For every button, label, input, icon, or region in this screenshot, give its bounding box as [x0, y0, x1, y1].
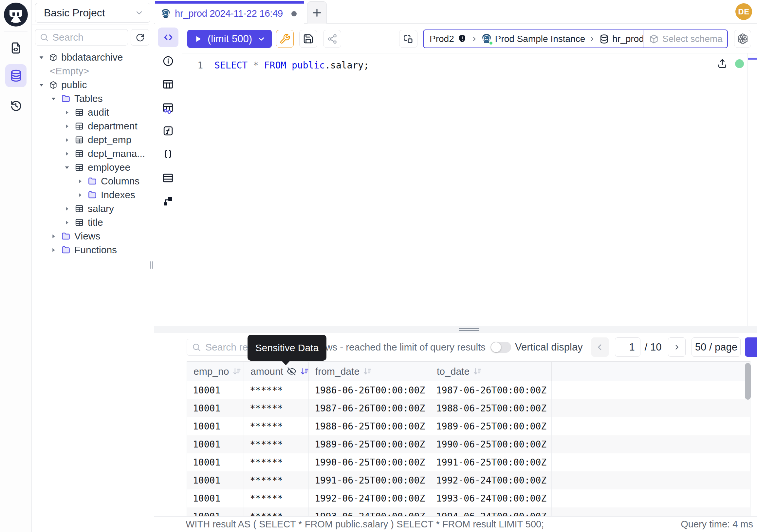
chevron-collapsed-icon[interactable] — [64, 123, 70, 129]
table-cell — [552, 417, 750, 435]
column-header-to_date[interactable]: to_date — [430, 362, 552, 381]
rail-item-databases[interactable] — [5, 64, 26, 87]
save-button[interactable] — [299, 30, 317, 48]
new-tab-button[interactable] — [307, 1, 327, 24]
chevron-collapsed-icon[interactable] — [77, 192, 83, 198]
page-number-input[interactable]: 1 — [615, 337, 640, 357]
chevron-expanded-icon[interactable] — [51, 96, 56, 102]
tree-item-functions[interactable]: Functions — [32, 243, 149, 257]
prev-page-button[interactable] — [591, 337, 609, 357]
table-row[interactable]: 10001******1993-06-24T00:00:00Z1994-06-2… — [187, 508, 750, 516]
strip-item-sheets[interactable] — [162, 171, 174, 184]
panel-splitter[interactable] — [154, 326, 757, 333]
table-cell: 1986-06-26T00:00:00Z — [309, 381, 430, 399]
table-cell: 1987-06-26T00:00:00Z — [309, 399, 430, 417]
table-cell: ****** — [244, 508, 309, 516]
eye-off-icon[interactable] — [287, 366, 297, 376]
chevron-expanded-icon[interactable] — [64, 165, 70, 170]
tree-item-dept-emp[interactable]: dept_emp — [32, 133, 149, 147]
table-scrollbar-thumb[interactable] — [745, 363, 751, 400]
tree-item-audit[interactable]: audit — [32, 106, 149, 119]
tree-item-employee[interactable]: employee — [32, 161, 149, 174]
table-cell: 10001 — [187, 471, 244, 489]
table-row[interactable]: 10001******1990-06-25T00:00:00Z1991-06-2… — [187, 454, 750, 471]
chevron-collapsed-icon[interactable] — [77, 178, 83, 184]
tree-item-label: dept_mana... — [88, 148, 145, 159]
sort-icon[interactable] — [232, 366, 242, 376]
sort-icon[interactable] — [363, 366, 372, 376]
tree-item-public[interactable]: public — [32, 78, 149, 92]
bytebase-logo[interactable] — [4, 3, 28, 26]
connection-path[interactable]: Prod2 Prod Sample Instance hr_prod — [424, 30, 643, 47]
editor-toolbar: (limit 500) Prod2 Prod Sample Instance h… — [182, 24, 757, 53]
strip-item-er-diagram[interactable] — [162, 102, 174, 115]
chevron-expanded-icon[interactable] — [39, 55, 44, 60]
tree-item-tables[interactable]: Tables — [32, 92, 149, 106]
format-sql-button[interactable] — [276, 30, 294, 48]
table-cell: ****** — [244, 489, 309, 508]
rail-item-history[interactable] — [9, 99, 23, 112]
run-query-button[interactable]: (limit 500) — [187, 30, 272, 48]
chevron-collapsed-icon[interactable] — [51, 234, 56, 239]
tree-item-title[interactable]: title — [32, 216, 149, 229]
table-row[interactable]: 10001******1991-06-25T00:00:00Z1992-06-2… — [187, 471, 750, 489]
table-row[interactable]: 10001******1992-06-24T00:00:00Z1993-06-2… — [187, 489, 750, 508]
ai-assistant-button[interactable] — [734, 30, 751, 48]
tree-item-columns[interactable]: Columns — [32, 174, 149, 188]
tab-active-worksheet[interactable]: hr_prod 2024-11-22 16:49 — [155, 1, 304, 24]
table-cell: 1990-06-25T00:00:00Z — [430, 435, 552, 454]
avatar[interactable]: DE — [735, 3, 752, 20]
project-select[interactable]: Basic Project — [35, 3, 150, 23]
table-row[interactable]: 10001******1987-06-26T00:00:00Z1988-06-2… — [187, 399, 750, 417]
page-size-select[interactable]: 50 / page — [691, 337, 741, 357]
schema-select[interactable]: Select schema — [643, 30, 727, 47]
strip-item-procedures[interactable] — [162, 147, 174, 161]
column-header-from_date[interactable]: from_date — [309, 362, 430, 381]
table-cell: 10001 — [187, 454, 244, 471]
tree-item-empty[interactable]: <Empty> — [32, 64, 149, 78]
table-cell: ****** — [244, 454, 309, 471]
batch-icon — [402, 33, 414, 45]
refresh-button[interactable] — [131, 29, 149, 46]
chevron-collapsed-icon[interactable] — [64, 110, 70, 115]
sidebar-search-input[interactable] — [52, 32, 124, 43]
sidebar-resize-handle[interactable] — [150, 262, 153, 268]
tree-item-dept-mana[interactable]: dept_mana... — [32, 147, 149, 161]
chevron-collapsed-icon[interactable] — [64, 206, 70, 212]
chevron-collapsed-icon[interactable] — [64, 151, 70, 157]
tree-item-indexes[interactable]: Indexes — [32, 188, 149, 202]
upload-icon[interactable] — [717, 58, 728, 69]
search-icon — [192, 342, 201, 352]
strip-item-tables[interactable] — [162, 78, 174, 91]
chevron-collapsed-icon[interactable] — [64, 220, 70, 225]
table-row[interactable]: 10001******1986-06-26T00:00:00Z1987-06-2… — [187, 381, 750, 399]
strip-item-functions[interactable] — [162, 124, 174, 137]
sql-editor[interactable]: 1 SELECT * FROM public.salary; — [182, 53, 757, 326]
schema-icon — [49, 53, 58, 62]
chevron-collapsed-icon[interactable] — [51, 247, 56, 253]
table-icon — [74, 204, 84, 214]
column-header-amount[interactable]: amount — [244, 362, 309, 381]
table-row[interactable]: 10001******1988-06-25T00:00:00Z1989-06-2… — [187, 417, 750, 435]
strip-item-info[interactable] — [162, 54, 174, 68]
strip-item-schema-diagram[interactable] — [162, 195, 174, 208]
wrench-icon — [279, 33, 290, 45]
rail-item-worksheets[interactable] — [9, 41, 23, 55]
share-button[interactable] — [323, 30, 341, 48]
tree-item-salary[interactable]: salary — [32, 202, 149, 216]
sort-icon[interactable] — [473, 366, 482, 376]
vertical-display-toggle[interactable] — [491, 342, 511, 353]
table-cell: 10001 — [187, 381, 244, 399]
tree-item-views[interactable]: Views — [32, 229, 149, 243]
chevron-expanded-icon[interactable] — [39, 82, 44, 88]
column-header-emp_no[interactable]: emp_no — [187, 362, 244, 381]
tree-item-department[interactable]: department — [32, 119, 149, 133]
tree-item-bbdataarchive[interactable]: bbdataarchive — [32, 50, 149, 64]
chevron-collapsed-icon[interactable] — [64, 137, 70, 143]
batch-mode-button[interactable] — [399, 30, 417, 48]
next-page-button[interactable] — [668, 337, 686, 357]
table-row[interactable]: 10001******1989-06-25T00:00:00Z1990-06-2… — [187, 435, 750, 454]
sort-icon[interactable] — [300, 366, 309, 376]
export-button[interactable] — [745, 337, 757, 357]
strip-item-sql-editor[interactable] — [158, 27, 178, 47]
